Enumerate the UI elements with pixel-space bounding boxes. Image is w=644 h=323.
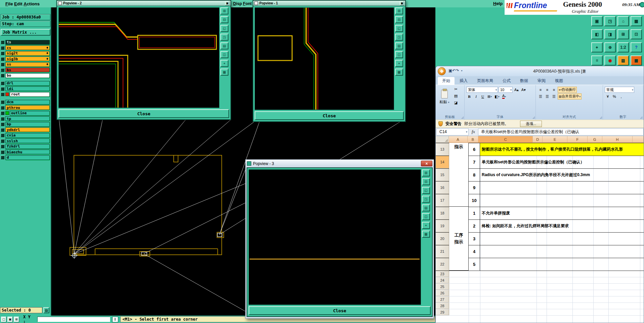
dialog-launcher-icon[interactable]: ◿ [640,116,642,119]
layer-visibility-checkbox[interactable] [1,40,4,44]
ribbon-tab[interactable]: 插入 [455,77,472,85]
row-header[interactable]: 21 [436,245,449,258]
menu-item[interactable]: Edit [14,1,23,6]
toolbar-button[interactable]: 1:2 [617,42,629,52]
popview-tool-button[interactable]: ◱ [220,25,228,32]
underline-button[interactable]: U [480,93,486,99]
job-matrix-button[interactable]: Job Matrix ... [1,29,50,36]
layer-name-button[interactable]: sig2t ♦ [5,51,50,56]
menu-item[interactable]: Actions [24,1,40,6]
popview-tool-button[interactable]: ◳ [422,196,430,203]
row-header[interactable]: 26 [436,290,449,296]
sheet-row-empty[interactable]: 26 [436,290,644,296]
format-painter-button[interactable]: ◪ [453,99,459,106]
popview-tool-button[interactable]: ⌖ [220,60,228,67]
layer-visibility-checkbox[interactable] [1,111,4,115]
cell-b[interactable]: 4 [469,245,480,258]
popview-tool-button[interactable]: ◱ [395,25,403,32]
merged-cell-section-2[interactable]: 工序指示 [449,207,469,271]
toolbar-button[interactable]: ◉ [604,55,616,66]
layer-name-button[interactable]: ss ♦ [5,62,50,67]
cell-b[interactable]: 7 [469,156,480,168]
layer-visibility-checkbox[interactable] [1,133,4,137]
layer-name-button[interactable]: d [5,155,50,160]
layer-visibility-checkbox[interactable] [1,81,4,85]
layer-visibility-checkbox[interactable] [1,68,4,72]
xy-input[interactable] [37,317,110,322]
row-header[interactable]: 20 [436,233,449,245]
cell-b[interactable]: 6 [469,143,480,156]
popview-tool-button[interactable]: ◳ [395,34,403,41]
popview-tool-button[interactable]: ⊟ [220,16,228,23]
column-header[interactable]: C [478,136,533,143]
layer-name-button[interactable]: rout [10,92,50,97]
layer-name-button[interactable]: bp [5,122,50,127]
popview-tool-button[interactable]: ◳ [220,34,228,41]
row-header[interactable]: 25 [436,284,449,290]
toolbar-button[interactable]: ◳ [604,16,616,26]
row-header[interactable]: 14 [436,156,449,168]
ribbon-tab[interactable]: 视图 [551,77,567,85]
border-button[interactable]: ⊞▾ [486,93,493,99]
fx-icon[interactable]: fx [469,129,478,134]
sheet-grid[interactable]: ABCDEFGH 13 6 附图所示这个孔不塞孔，按文件制作，客户接受孔口阻焊脱… [436,136,644,323]
align-top-button[interactable]: ≡ [538,87,544,93]
sheet-row-empty[interactable]: 23 [436,271,644,277]
popview-tool-button[interactable]: ▤ [422,204,430,211]
layer-name-button[interactable]: sig3b ♦ [5,56,50,61]
row-header[interactable]: 23 [436,271,449,277]
merge-center-button[interactable]: ⊞ 合并后居中 ▾ [558,93,582,99]
shrink-font-button[interactable]: A▾ [520,87,527,93]
cell-b[interactable]: 2 [469,220,480,232]
layer-name-button[interactable]: ts [5,40,50,45]
row-header[interactable]: 15 [436,169,449,181]
comma-button[interactable]: , [618,93,624,99]
cell-c[interactable] [480,181,644,194]
toolbar-button[interactable]: ≡ [591,55,603,66]
sheet-row-empty[interactable]: 25 [436,284,644,290]
layer-name-button[interactable]: bs [5,68,50,72]
layer-name-button[interactable]: ydkdrl [5,127,50,132]
popview-1-close-button[interactable]: Close [255,111,404,120]
step-field[interactable]: Step: cam [1,21,50,27]
toolbar-button[interactable]: ◧ [591,29,603,39]
layer-visibility-checkbox[interactable] [1,51,4,55]
layer-visibility-checkbox[interactable] [1,57,4,61]
cell-c[interactable] [480,245,644,258]
cell-b[interactable]: 5 [469,258,480,271]
ribbon-tab[interactable]: 开始 [438,77,455,85]
layer-name-button[interactable]: ldi [5,86,50,91]
popview-3-close-button[interactable]: Close [249,306,431,315]
font-color-button[interactable]: A▾ [501,93,507,99]
bold-button[interactable]: B [466,93,472,99]
layer-visibility-checkbox[interactable] [1,117,4,121]
layer-visibility-checkbox[interactable] [1,145,4,148]
qat-dropdown-icon[interactable]: ▾ [461,69,462,72]
toolbar-button[interactable]: ▨ [617,55,629,66]
layer-visibility-checkbox[interactable] [1,128,4,132]
font-size-select[interactable]: 10▾ [499,87,513,93]
selected-filter-button[interactable]: ▨ [43,307,49,313]
popview-tool-button[interactable]: ⌖ [422,222,430,229]
percent-button[interactable]: % [611,93,617,99]
toolbar-button[interactable]: ⌖ [591,42,603,52]
column-header[interactable]: A [449,136,468,143]
column-header[interactable]: F [567,136,588,143]
formula-input[interactable]: 单元板和set外形公差均按附图所示偏公差控制（已确认 [478,128,644,135]
layer-name-button[interactable]: bo [5,73,50,78]
merged-cell-section-1[interactable]: 指示 [449,143,469,207]
layer-visibility-checkbox[interactable] [1,87,4,91]
cut-button[interactable]: ✂ [453,86,459,92]
sheet-row-empty[interactable]: 28 [436,303,644,309]
cell-b[interactable]: 1 [469,207,480,219]
cell-c[interactable]: 不允许单拼报废 [480,207,644,219]
layer-visibility-checkbox[interactable] [1,139,4,143]
column-header[interactable]: B [468,136,479,143]
ribbon-tab[interactable]: 公式 [498,77,515,85]
cell-c[interactable] [480,258,644,271]
layer-visibility-checkbox[interactable] [1,106,4,110]
layer-visibility-checkbox[interactable] [1,46,4,50]
layer-name-button[interactable]: sslsh [5,138,50,143]
layer-visibility-checkbox[interactable] [1,92,4,96]
popview-tool-button[interactable]: ▦ [422,231,430,238]
